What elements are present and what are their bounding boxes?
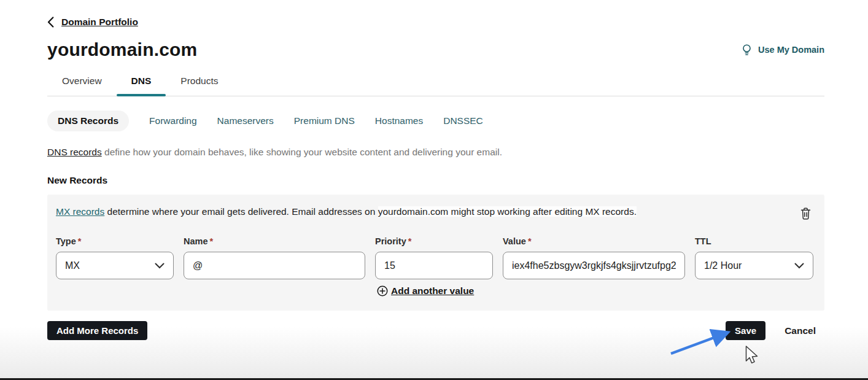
add-another-value-label: Add another value (391, 285, 474, 297)
value-label: Value* (503, 236, 685, 246)
ttl-select[interactable]: 1/2 Hour (695, 252, 813, 279)
use-my-domain-button[interactable]: Use My Domain (741, 44, 824, 56)
field-type: Type* MX (56, 236, 174, 279)
dns-description: DNS records define how your domain behav… (47, 147, 824, 158)
chevron-down-icon (794, 263, 804, 269)
domain-portfolio-link[interactable]: Domain Portfolio (61, 17, 138, 28)
delete-record-button[interactable] (797, 204, 815, 223)
field-name: Name* (184, 236, 365, 279)
required-marker: * (528, 236, 532, 246)
name-label: Name* (184, 236, 365, 246)
tab-products[interactable]: Products (166, 76, 233, 96)
subtab-forwarding[interactable]: Forwarding (149, 115, 197, 126)
mx-records-link[interactable]: MX records (56, 206, 104, 217)
type-select[interactable]: MX (56, 252, 174, 279)
lightbulb-icon (741, 44, 753, 56)
mx-info-text: MX records determine where your email ge… (56, 206, 637, 217)
new-records-heading: New Records (47, 175, 824, 186)
main-tabs: Overview DNS Products (47, 76, 824, 96)
mx-info-row: MX records determine where your email ge… (56, 203, 815, 223)
mouse-cursor (742, 344, 761, 366)
required-marker: * (408, 236, 412, 246)
name-input[interactable] (184, 252, 365, 279)
chevron-left-icon[interactable] (47, 17, 54, 28)
add-more-records-button[interactable]: Add More Records (47, 321, 147, 340)
tab-overview[interactable]: Overview (47, 76, 117, 96)
save-button[interactable]: Save (726, 321, 765, 340)
subtab-hostnames[interactable]: Hostnames (375, 115, 423, 126)
chevron-down-icon (155, 263, 165, 269)
add-another-value-link[interactable]: Add another value (376, 285, 815, 297)
dns-records-link[interactable]: DNS records (47, 147, 102, 157)
ttl-label: TTL (695, 236, 813, 246)
subtab-dns-records[interactable]: DNS Records (47, 111, 129, 131)
tab-dns[interactable]: DNS (117, 76, 166, 96)
field-ttl: TTL 1/2 Hour (695, 236, 813, 279)
actions-row: Add More Records Save Cancel (47, 321, 824, 340)
new-record-card: MX records determine where your email ge… (47, 195, 824, 311)
priority-input[interactable] (375, 252, 493, 279)
use-my-domain-label: Use My Domain (758, 45, 824, 55)
circle-plus-icon (376, 285, 389, 297)
title-row: yourdomain.com Use My Domain (47, 38, 824, 61)
dns-subtabs: DNS Records Forwarding Nameservers Premi… (47, 111, 824, 131)
mx-info-highlight: yourdomain.com might stop working after … (378, 206, 637, 217)
required-marker: * (78, 236, 82, 246)
field-priority: Priority* (375, 236, 493, 279)
ttl-select-value: 1/2 Hour (704, 260, 742, 271)
dns-description-text: define how your domain behaves, like sho… (102, 147, 502, 157)
cancel-button[interactable]: Cancel (785, 325, 816, 336)
subtab-premium-dns[interactable]: Premium DNS (294, 115, 355, 126)
value-input[interactable] (503, 252, 685, 279)
page-title: yourdomain.com (47, 38, 198, 61)
type-select-value: MX (65, 260, 80, 271)
priority-label: Priority* (375, 236, 493, 246)
type-label: Type* (56, 236, 174, 246)
record-fields-row: Type* MX Name* Priority* Value* (56, 236, 815, 279)
back-row: Domain Portfolio (47, 0, 824, 28)
subtab-nameservers[interactable]: Nameservers (217, 115, 274, 126)
trash-icon (799, 206, 812, 220)
required-marker: * (210, 236, 214, 246)
page-content: Domain Portfolio yourdomain.com Use My D… (47, 0, 824, 340)
mx-info-before: determine where your email gets delivere… (104, 206, 378, 217)
subtab-dnssec[interactable]: DNSSEC (443, 115, 483, 126)
field-value: Value* (503, 236, 685, 279)
